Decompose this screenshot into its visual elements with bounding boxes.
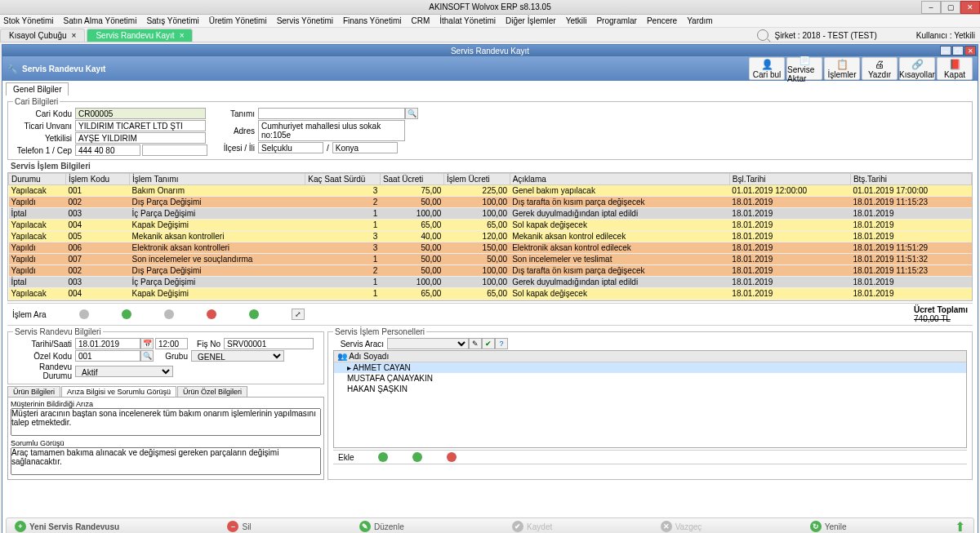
ticari-unvan-input[interactable] bbox=[75, 120, 206, 131]
table-row[interactable]: Yapılacak005Mekanik aksan kontrolleri340… bbox=[9, 231, 972, 242]
cari-bul-button[interactable]: 👤Cari bul bbox=[749, 57, 785, 80]
menu-stok-yönetimi[interactable]: Stok Yönetimi bbox=[3, 16, 54, 25]
table-row[interactable]: Yapıldı006Elektronik aksan kontrolleri35… bbox=[9, 242, 972, 254]
tarih-input[interactable] bbox=[75, 338, 140, 349]
col-header[interactable]: Kaç Saat Sürdü bbox=[305, 174, 381, 185]
table-row[interactable]: İptal003İç Parça Değişimi1100,00100,00Ge… bbox=[9, 208, 972, 220]
tanim-search-icon[interactable]: 🔍 bbox=[405, 108, 418, 119]
col-header[interactable]: Açıklama bbox=[510, 174, 729, 185]
menu-satın-alma-yönetimi[interactable]: Satın Alma Yönetimi bbox=[64, 16, 137, 25]
subtab-0[interactable]: Ürün Bilgileri bbox=[7, 386, 60, 397]
close-button[interactable]: ✕ bbox=[960, 1, 980, 14]
person-ok-icon[interactable] bbox=[412, 452, 422, 462]
menu-üretim-yönetimi[interactable]: Üretim Yönetimi bbox=[209, 16, 267, 25]
tab-servis-randevu-kayıt[interactable]: Servis Randevu Kayıt× bbox=[87, 29, 193, 42]
child-minimize[interactable]: – bbox=[940, 46, 951, 56]
tanim-input[interactable] bbox=[258, 108, 405, 119]
sil-button[interactable]: –Sil bbox=[227, 521, 251, 532]
telefon1-input[interactable] bbox=[75, 144, 140, 156]
tab-close-icon[interactable]: × bbox=[72, 31, 77, 40]
menu-servis-yönetimi[interactable]: Servis Yönetimi bbox=[277, 16, 333, 25]
islem-grid[interactable]: Durumuİşlem Koduİşlem TanımıKaç Saat Sür… bbox=[7, 172, 973, 301]
col-header[interactable]: İşlem Kodu bbox=[65, 174, 129, 185]
menu-pencere[interactable]: Pencere bbox=[647, 16, 677, 25]
duzenle-button[interactable]: ✎Düzenle bbox=[359, 521, 404, 532]
menu-finans-yönetimi[interactable]: Finans Yönetimi bbox=[343, 16, 402, 25]
servise-aktar-button[interactable]: 📄Servise Aktar bbox=[786, 57, 822, 80]
subtab-2[interactable]: Ürün Özel Bilgileri bbox=[177, 386, 247, 397]
yeni-button[interactable]: +Yeni Servis Randevusu bbox=[15, 521, 119, 532]
grup-select[interactable]: GENEL bbox=[191, 350, 284, 362]
menu-yardım[interactable]: Yardım bbox=[687, 16, 713, 25]
person-item[interactable]: MUSTAFA ÇANAYAKIN bbox=[334, 373, 966, 384]
kapat-button[interactable]: 📕Kapat bbox=[937, 57, 973, 80]
col-header[interactable]: Btş.Tarihi bbox=[850, 174, 971, 185]
table-row[interactable]: Yapıldı007Son incelemeler ve souçlandırm… bbox=[9, 254, 972, 265]
filter-dot-1[interactable] bbox=[79, 309, 89, 319]
yetkili-input[interactable] bbox=[75, 132, 206, 144]
filter-dot-2[interactable] bbox=[122, 309, 131, 319]
kisayollar-button[interactable]: 🔗Kısayollar bbox=[899, 57, 935, 80]
table-row[interactable]: Yapıldı002Dış Parça Değişimi250,00100,00… bbox=[9, 197, 972, 208]
servis-araci-select[interactable] bbox=[387, 338, 469, 349]
vazgec-button[interactable]: ✕Vazgeç bbox=[661, 521, 702, 532]
filter-dot-3[interactable] bbox=[164, 309, 174, 319]
table-row[interactable]: Yapılacak004Kapak Değişimi165,0065,00Sol… bbox=[9, 288, 972, 300]
yenile-button[interactable]: ↻Yenile bbox=[810, 521, 847, 532]
child-maximize[interactable]: ▢ bbox=[952, 46, 964, 56]
kaydet-button[interactable]: ✔Kaydet bbox=[512, 521, 552, 532]
menu-crm[interactable]: CRM bbox=[411, 16, 430, 25]
col-header[interactable]: Saat Ücreti bbox=[380, 174, 443, 185]
menu-satış-yönetimi[interactable]: Satış Yönetimi bbox=[146, 16, 198, 25]
saat-input[interactable] bbox=[155, 338, 188, 349]
person-add-icon[interactable] bbox=[378, 452, 388, 462]
islem-ara-label[interactable]: İşlem Ara bbox=[12, 310, 47, 319]
table-row[interactable]: Yapılacak001Bakım Onarım375,00225,00Gene… bbox=[9, 185, 972, 197]
edit-icon[interactable]: ✎ bbox=[469, 338, 482, 349]
tab-close-icon[interactable]: × bbox=[180, 31, 185, 40]
filter-dot-5[interactable] bbox=[249, 309, 259, 319]
ozelkod-search-icon[interactable]: 🔍 bbox=[140, 350, 154, 362]
tab-kısayol-çubuğu[interactable]: Kısayol Çubuğu× bbox=[0, 29, 85, 42]
person-item[interactable]: ▸ AHMET CAYAN bbox=[334, 362, 966, 373]
fisno-input[interactable] bbox=[224, 338, 314, 349]
yazdir-button[interactable]: 🖨Yazdır bbox=[862, 57, 898, 80]
menu-i̇thalat-yönetimi[interactable]: İthalat Yönetimi bbox=[439, 16, 496, 25]
menu-programlar[interactable]: Programlar bbox=[596, 16, 636, 25]
filter-dot-4[interactable] bbox=[207, 309, 216, 319]
table-row[interactable]: Yapılacak005Mekanik aksan kontrolleri340… bbox=[9, 300, 972, 302]
adres-input[interactable]: Cumhuriyet mahallesi ulus sokak no:105e bbox=[258, 120, 405, 141]
table-row[interactable]: Yapıldı002Dış Parça Değişimi250,00100,00… bbox=[9, 265, 972, 277]
col-header[interactable]: İşlem Ücreti bbox=[443, 174, 510, 185]
search-icon[interactable] bbox=[757, 29, 768, 41]
cep-input[interactable] bbox=[142, 144, 207, 156]
col-header[interactable]: Bşl.Tarihi bbox=[729, 174, 850, 185]
ozelkod-input[interactable] bbox=[75, 350, 140, 362]
person-item[interactable]: HAKAN ŞAŞKIN bbox=[334, 384, 966, 394]
ekle-button[interactable]: Ekle bbox=[338, 453, 354, 462]
person-del-icon[interactable] bbox=[447, 452, 457, 462]
col-header[interactable]: Durumu bbox=[9, 174, 66, 185]
help-icon[interactable]: ? bbox=[495, 338, 508, 349]
ariza-textarea[interactable]: Müşteri aracının baştan sona incelenerek… bbox=[11, 408, 321, 436]
minimize-button[interactable]: – bbox=[921, 1, 941, 14]
expand-icon[interactable]: ⤢ bbox=[292, 309, 305, 320]
child-close[interactable]: ✕ bbox=[964, 46, 976, 56]
personel-list[interactable]: 👥 Adı Soyadı ▸ AHMET CAYANMUSTAFA ÇANAYA… bbox=[333, 350, 967, 448]
tab-genel-bilgiler[interactable]: Genel Bilgiler bbox=[6, 82, 69, 95]
menu-yetkili[interactable]: Yetkili bbox=[566, 16, 587, 25]
calendar-icon[interactable]: 📅 bbox=[140, 338, 154, 349]
gorus-textarea[interactable]: Araç tamamen bakıma alınacak ve değişmes… bbox=[11, 447, 321, 475]
ilce-input[interactable] bbox=[258, 142, 323, 153]
table-row[interactable]: Yapılacak004Kapak Değişimi165,0065,00Sol… bbox=[9, 220, 972, 231]
durum-select[interactable]: Aktif bbox=[75, 366, 173, 377]
il-input[interactable] bbox=[332, 142, 398, 153]
col-header[interactable]: İşlem Tanımı bbox=[130, 174, 305, 185]
subtab-1[interactable]: Arıza Bilgisi ve Sorumlu Görüşü bbox=[61, 386, 176, 397]
maximize-button[interactable]: ▢ bbox=[941, 1, 960, 14]
table-row[interactable]: İptal003İç Parça Değişimi1100,00100,00Ge… bbox=[9, 277, 972, 288]
up-arrow-button[interactable]: ⬆ bbox=[955, 519, 965, 534]
check-icon[interactable]: ✔ bbox=[482, 338, 495, 349]
menu-diğer-i̇şlemler[interactable]: Diğer İşlemler bbox=[506, 16, 556, 25]
cari-kodu-input[interactable] bbox=[75, 108, 206, 119]
